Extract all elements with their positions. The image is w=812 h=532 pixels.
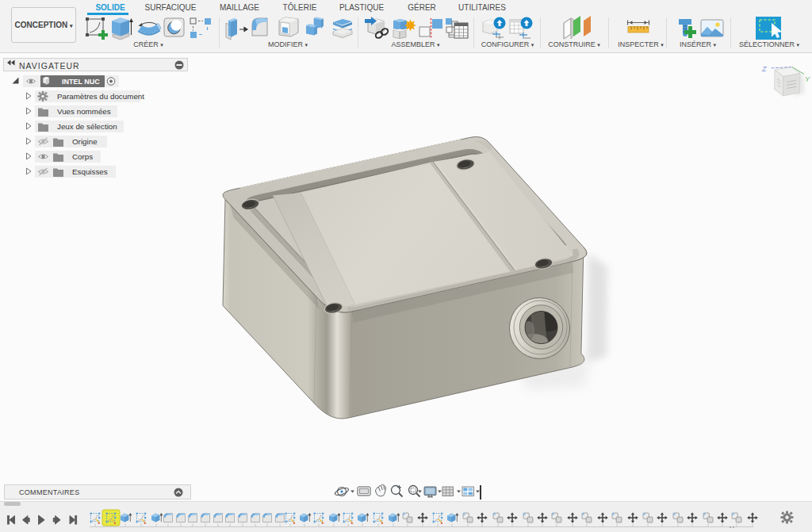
svg-text:Z: Z: [761, 65, 767, 73]
svg-text:Y: Y: [805, 75, 810, 83]
